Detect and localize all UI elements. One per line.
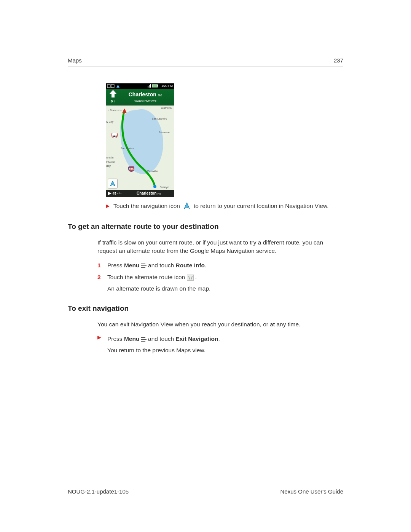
step-2-result: An alternate route is drawn on the map. xyxy=(107,284,343,293)
status-left-icons xyxy=(107,84,123,88)
svg-rect-5 xyxy=(150,84,151,88)
up-arrow-icon xyxy=(110,90,116,97)
tip-pre: Touch the navigation icon xyxy=(113,202,180,210)
navigation-arrow-icon xyxy=(110,181,116,187)
menu-icon xyxy=(141,337,147,342)
svg-rect-3 xyxy=(148,86,148,88)
nav-street: Charleston Rd toward Huff Ave xyxy=(118,91,172,103)
header-page: 237 xyxy=(334,56,343,64)
section-b-intro: You can exit Navigation View when you re… xyxy=(97,320,343,329)
compass-button xyxy=(108,179,118,189)
us101-shield: 101 xyxy=(112,133,118,138)
svg-marker-8 xyxy=(110,90,116,97)
navigation-icon xyxy=(184,202,190,210)
svg-rect-0 xyxy=(107,85,110,88)
nav-header: 0 ft Charleston Rd toward Huff Ave xyxy=(106,89,174,105)
step-b-result: You return to the previous Maps view. xyxy=(107,346,343,355)
status-bar: 1:23 PM xyxy=(106,83,174,89)
step-number: 2 xyxy=(97,273,102,292)
footer-left: NOUG-2.1-update1-105 xyxy=(68,487,129,495)
phone-screenshot: 1:23 PM 0 ft Charleston Rd toward Huff A… xyxy=(106,83,174,197)
screenshot-figure: 1:23 PM 0 ft Charleston Rd toward Huff A… xyxy=(106,83,343,197)
alternate-route-icon xyxy=(187,275,194,281)
triangle-bullet-icon: ▶ xyxy=(106,203,110,208)
step-1: 1 Press Menu and touch Route Info. xyxy=(97,261,343,270)
tip-row: ▶ Touch the navigation icon to return to… xyxy=(106,202,343,210)
section-a-title: To get an alternate route to your destin… xyxy=(68,222,343,232)
section-a-intro: If traffic is slow on your current route… xyxy=(97,238,343,255)
menu-icon xyxy=(141,264,147,268)
triangle-bullet-icon: ▶ xyxy=(97,335,102,354)
svg-marker-2 xyxy=(116,85,119,88)
section-b-title: To exit navigation xyxy=(68,304,343,314)
map-area: n Francisco Alameda San Leandro ly City … xyxy=(106,105,174,190)
svg-point-10 xyxy=(153,185,156,188)
header-section: Maps xyxy=(68,56,82,64)
footer-right: Nexus One User's Guide xyxy=(280,487,343,495)
eta-bar: 45min Charleston Rd xyxy=(106,190,174,197)
status-time: 1:23 PM xyxy=(161,84,173,88)
nav-arrow-box: 0 ft xyxy=(108,90,118,104)
svg-rect-1 xyxy=(111,85,114,88)
svg-marker-13 xyxy=(184,203,190,209)
svg-rect-6 xyxy=(152,85,158,87)
step-number: 1 xyxy=(97,261,102,270)
play-icon xyxy=(108,192,112,195)
i280-shield: 280 xyxy=(128,166,134,172)
status-right: 1:23 PM xyxy=(148,84,173,88)
svg-rect-7 xyxy=(158,85,158,86)
svg-marker-9 xyxy=(122,109,127,113)
svg-marker-12 xyxy=(108,192,112,195)
running-header: Maps 237 xyxy=(68,56,343,67)
page-footer: NOUG-2.1-update1-105 Nexus One User's Gu… xyxy=(68,487,343,495)
step-b: ▶ Press Menu and touch Exit Navigation. … xyxy=(97,335,343,354)
svg-rect-4 xyxy=(149,85,150,88)
tip-post: to return to your current location in Na… xyxy=(194,202,329,210)
step-2: 2 Touch the alternate route icon . An al… xyxy=(97,273,343,292)
svg-marker-11 xyxy=(110,181,115,186)
